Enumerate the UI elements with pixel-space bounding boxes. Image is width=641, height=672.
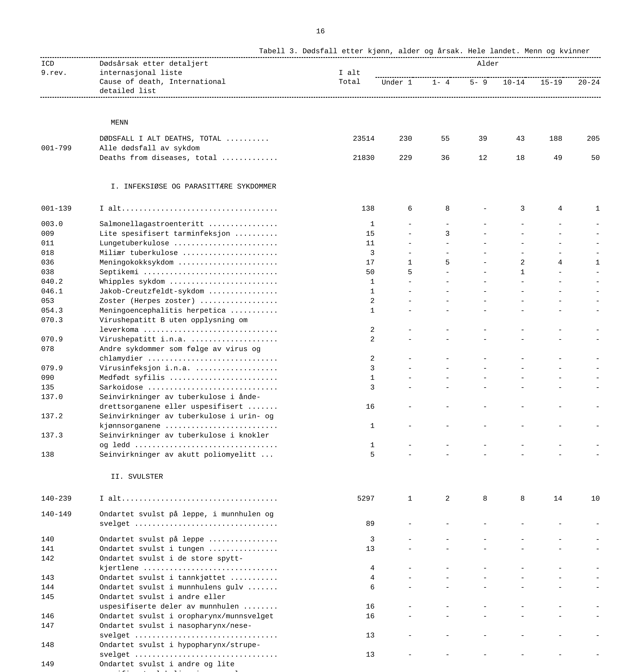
col-1-4: 1- 4 [413,77,450,96]
table-row: 142Ondartet svulst i de store spytt- [40,554,601,564]
table-row: Deaths from diseases, total ............… [40,153,601,163]
table-row: 146Ondartet svulst i oropharynx/munnsvel… [40,611,601,621]
cell: - [526,335,563,344]
cell: - [450,229,488,239]
cell: 141 [40,544,99,554]
cell: I alt...................................… [99,494,338,503]
cell [526,431,563,441]
cell: - [376,563,413,573]
cell: - [450,421,488,431]
cell: - [563,450,601,460]
table-row: 040.2Whipples sykdom ...................… [40,277,601,287]
table-row: kjønnsorganene .........................… [40,421,601,431]
cell [450,640,488,650]
cell: - [563,239,601,248]
cell: Virusinfeksjon i.n.a. ..................… [99,364,338,373]
cell: - [376,229,413,239]
cell: - [526,287,563,296]
table-row: 140Ondartet svulst på leppe ............… [40,535,601,544]
table-row: 144Ondartet svulst i munnhulens gulv ...… [40,583,601,592]
cell: Ondartet svulst på leppe, i munnhulen og [99,510,338,519]
cell: - [450,239,488,248]
cell [450,621,488,631]
table-row: 003.0Salmonellagastroenteritt ..........… [40,219,601,229]
cell [338,315,375,325]
cell: - [376,335,413,344]
cell: - [376,441,413,450]
cell: 13 [338,544,375,554]
cell: - [563,583,601,592]
cell: - [563,535,601,544]
cell: 17 [338,258,375,267]
cell: 2 [338,325,375,335]
cell [376,412,413,421]
cell: 070.3 [40,315,99,325]
cell: - [563,335,601,344]
cell [450,412,488,421]
cell: - [563,364,601,373]
cell: Lite spesifisert tarminfeksjon .........… [99,229,338,239]
table-row: 009Lite spesifisert tarminfeksjon ......… [40,229,601,239]
cell: 188 [526,134,563,144]
table-row [40,213,601,219]
cell: Seinvirkninger av tuberkulose i knokler [99,431,338,441]
cell: Whipples sykdom ........................… [99,277,338,287]
cell: 142 [40,554,99,564]
cell: Virushepatitt i.n.a. ...................… [99,335,338,344]
cell: - [413,544,450,554]
cell: Ondartet svulst i de store spytt- [99,554,338,564]
cell: - [413,219,450,229]
cell [413,392,450,402]
cell: - [376,650,413,660]
cell: - [526,296,563,306]
cell: - [413,335,450,344]
data-table: ICD 9.rev. Dødsårsak etter detaljert int… [40,59,601,672]
cell: - [526,267,563,277]
cell: - [450,258,488,267]
cell: 16 [338,602,375,611]
cell: - [376,306,413,315]
cell: - [526,383,563,392]
total-header: I alt Total [338,59,375,96]
cell [488,431,526,441]
cell [450,669,488,672]
cell: - [450,296,488,306]
cell: 4 [338,573,375,583]
cell: - [413,277,450,287]
cell: 143 [40,573,99,583]
cell: 16 [338,611,375,621]
cell: - [563,229,601,239]
table-row: 053Zoster (Herpes zoster) ..............… [40,296,601,306]
cell [488,392,526,402]
cell: - [488,229,526,239]
cell: 147 [40,621,99,631]
cell: - [413,383,450,392]
cell [563,344,601,354]
cell: - [413,535,450,544]
cell [338,640,375,650]
cell [526,344,563,354]
cell [40,650,99,660]
table-row: 001-799Alle dødsfall av sykdom [40,144,601,153]
cell: - [413,602,450,611]
cell: 6 [376,204,413,214]
cell [40,519,99,529]
cell: - [450,219,488,229]
cell: svelget ................................… [99,631,338,641]
cell: Zoster (Herpes zoster) .................… [99,296,338,306]
cell: Alle dødsfall av sykdom [99,144,338,153]
cell [40,402,99,412]
cell: - [488,421,526,431]
cell [488,344,526,354]
table-row: drettsorganene eller uspesifisert ......… [40,402,601,412]
cell: - [413,573,450,583]
cell: - [450,441,488,450]
cell [413,431,450,441]
cell: 1 [376,258,413,267]
cell: - [450,563,488,573]
cell: - [413,450,450,460]
table-row: 054.3Meningoencephalitis herpetica .....… [40,306,601,315]
cell [450,315,488,325]
cell: - [450,519,488,529]
cell: - [563,650,601,660]
